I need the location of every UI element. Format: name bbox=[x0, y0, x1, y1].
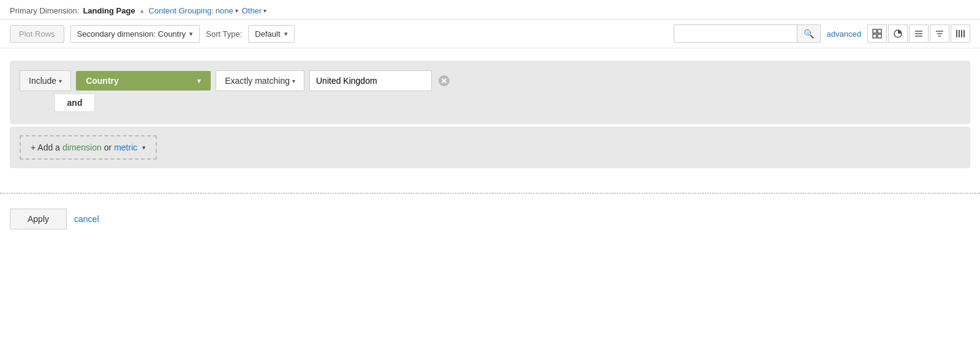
svg-rect-13 bbox=[961, 30, 962, 37]
grid-icon bbox=[872, 29, 882, 39]
content-grouping-value: none bbox=[216, 6, 233, 15]
cancel-link[interactable]: cancel bbox=[74, 214, 99, 224]
other-label: Other bbox=[242, 6, 262, 15]
and-label: and bbox=[55, 94, 96, 112]
secondary-dim-label: Secondary dimension: Country bbox=[77, 29, 186, 39]
connector-row: and bbox=[20, 91, 960, 114]
add-dimension-container: + Add a dimension or metric ▾ bbox=[10, 127, 970, 168]
secondary-dimension-button[interactable]: Secondary dimension: Country ▾ bbox=[70, 25, 200, 43]
include-button[interactable]: Include ▾ bbox=[20, 70, 71, 91]
filter-value-input[interactable] bbox=[309, 70, 432, 91]
content-grouping-chevron: ▾ bbox=[235, 7, 238, 14]
country-label: Country bbox=[86, 76, 119, 86]
list-icon bbox=[914, 29, 924, 39]
filter-container: Include ▾ Country ▾ Exactly matching ▾ a… bbox=[10, 61, 970, 124]
advanced-link[interactable]: advanced bbox=[827, 29, 861, 39]
primary-dim-value: Landing Page bbox=[83, 6, 135, 15]
bottom-bar: Apply cancel bbox=[0, 204, 980, 234]
chevron-up-icon: ▲ bbox=[139, 7, 145, 14]
pie-icon bbox=[893, 29, 903, 39]
svg-rect-2 bbox=[873, 34, 876, 38]
search-input[interactable] bbox=[674, 26, 797, 42]
add-dimension-prefix: + Add a bbox=[31, 143, 60, 152]
exactly-matching-chevron: ▾ bbox=[292, 78, 295, 84]
svg-rect-11 bbox=[956, 30, 957, 37]
country-chevron: ▾ bbox=[197, 77, 201, 85]
svg-rect-12 bbox=[959, 30, 960, 37]
primary-dim-label: Primary Dimension: bbox=[10, 6, 79, 15]
grid-view-button[interactable] bbox=[867, 24, 887, 43]
plot-rows-button[interactable]: Plot Rows bbox=[10, 25, 64, 43]
sort-type-value: Default bbox=[255, 29, 280, 39]
dimension-link[interactable]: dimension bbox=[62, 143, 102, 152]
content-grouping-link[interactable]: Content Grouping: none ▾ bbox=[149, 6, 238, 15]
filter-row: Include ▾ Country ▾ Exactly matching ▾ bbox=[20, 70, 960, 91]
svg-rect-14 bbox=[963, 30, 965, 37]
include-chevron: ▾ bbox=[59, 78, 62, 84]
clear-filter-button[interactable] bbox=[437, 73, 451, 88]
other-chevron: ▾ bbox=[263, 7, 266, 14]
exactly-matching-button[interactable]: Exactly matching ▾ bbox=[216, 70, 304, 91]
pie-view-button[interactable] bbox=[888, 24, 908, 43]
column-view-button[interactable] bbox=[951, 24, 970, 43]
other-link[interactable]: Other ▾ bbox=[242, 6, 267, 15]
toolbar-row: Plot Rows Secondary dimension: Country ▾… bbox=[0, 20, 980, 48]
column-icon bbox=[956, 29, 965, 39]
view-icons-group bbox=[867, 24, 970, 43]
clear-icon bbox=[438, 75, 450, 87]
sort-type-button[interactable]: Default ▾ bbox=[248, 25, 294, 43]
svg-rect-3 bbox=[878, 34, 881, 38]
main-area: Include ▾ Country ▾ Exactly matching ▾ a… bbox=[0, 48, 980, 180]
add-dimension-button[interactable]: + Add a dimension or metric ▾ bbox=[20, 135, 157, 160]
metric-link[interactable]: metric bbox=[114, 143, 137, 152]
dotted-separator bbox=[0, 193, 980, 194]
sort-type-chevron: ▾ bbox=[284, 30, 288, 38]
sort-icon bbox=[935, 29, 944, 39]
svg-rect-0 bbox=[873, 29, 876, 33]
country-button[interactable]: Country ▾ bbox=[76, 71, 211, 91]
top-bar: Primary Dimension: Landing Page ▲ Conten… bbox=[0, 0, 980, 20]
search-icon[interactable]: 🔍 bbox=[797, 25, 820, 42]
list-view-button[interactable] bbox=[909, 24, 929, 43]
add-dimension-chevron: ▾ bbox=[142, 144, 146, 152]
content-grouping-label: Content Grouping: bbox=[149, 6, 214, 15]
sort-type-label: Sort Type: bbox=[206, 29, 242, 39]
apply-button[interactable]: Apply bbox=[10, 209, 67, 229]
exactly-matching-label: Exactly matching bbox=[225, 76, 290, 86]
filter-view-button[interactable] bbox=[930, 24, 949, 43]
search-box: 🔍 bbox=[674, 24, 821, 43]
include-label: Include bbox=[29, 76, 56, 86]
or-text: or bbox=[104, 143, 111, 152]
secondary-dim-chevron: ▾ bbox=[189, 30, 193, 38]
connector-left: and bbox=[20, 91, 130, 114]
svg-rect-1 bbox=[878, 29, 881, 33]
